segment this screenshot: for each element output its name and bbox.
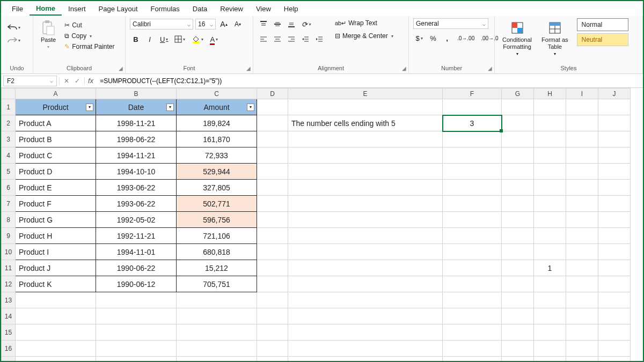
cell-F10[interactable]: [443, 244, 502, 260]
border-button[interactable]: [172, 33, 187, 45]
row-header-5[interactable]: 5: [2, 164, 16, 180]
cell-C3[interactable]: 161,870: [177, 131, 257, 147]
cut-button[interactable]: ✂Cut: [62, 20, 116, 30]
cell-H16[interactable]: [534, 341, 566, 357]
cell-J12[interactable]: [598, 276, 631, 292]
cell-I7[interactable]: [566, 196, 598, 212]
cell-C5[interactable]: 529,944: [177, 164, 257, 180]
filter-icon[interactable]: ▾: [247, 104, 254, 111]
cell-D3[interactable]: [257, 131, 288, 147]
cell-J5[interactable]: [598, 164, 631, 180]
cell-I2[interactable]: [566, 115, 598, 131]
cell-style-neutral[interactable]: Neutral: [577, 33, 628, 46]
cell-E17[interactable]: [288, 357, 443, 363]
menu-formulas[interactable]: Formulas: [144, 3, 186, 15]
cell-I11[interactable]: [566, 260, 598, 276]
cell-A11[interactable]: Product J: [16, 260, 96, 276]
align-bottom-button[interactable]: [286, 18, 297, 30]
cell-E15[interactable]: [288, 324, 443, 341]
spreadsheet-grid[interactable]: ABCDEFGHIJ1Product▾Date▾Amount▾2Product …: [1, 88, 643, 362]
cell-H14[interactable]: [534, 308, 566, 324]
conditional-formatting-button[interactable]: Conditional Formatting▾: [499, 18, 535, 59]
align-top-button[interactable]: [258, 18, 269, 30]
number-launcher[interactable]: ◢: [488, 65, 492, 71]
cell-A17[interactable]: [16, 357, 96, 363]
row-header-11[interactable]: 11: [2, 260, 16, 276]
cell-H15[interactable]: [534, 324, 566, 341]
cell-F16[interactable]: [443, 341, 502, 357]
cell-F14[interactable]: [443, 308, 502, 324]
increase-indent-button[interactable]: [313, 33, 325, 45]
number-format-combo[interactable]: General: [413, 18, 488, 29]
cell-F3[interactable]: [443, 131, 502, 147]
font-launcher[interactable]: ◢: [246, 65, 251, 71]
cell-J8[interactable]: [598, 212, 631, 228]
cell-F11[interactable]: [443, 260, 502, 276]
cell-E10[interactable]: [288, 244, 443, 260]
cell-B1[interactable]: Date▾: [96, 99, 177, 115]
undo-button[interactable]: [5, 21, 23, 33]
alignment-launcher[interactable]: ◢: [402, 65, 406, 71]
menu-home[interactable]: Home: [30, 2, 62, 16]
cell-A14[interactable]: [16, 308, 96, 324]
cell-D10[interactable]: [257, 244, 288, 260]
col-header-H[interactable]: H: [534, 88, 566, 99]
col-header-I[interactable]: I: [566, 88, 598, 99]
row-header-14[interactable]: 14: [2, 308, 16, 324]
cell-C13[interactable]: [177, 292, 257, 308]
cell-G10[interactable]: [502, 244, 534, 260]
cell-H4[interactable]: [534, 147, 566, 164]
cell-I12[interactable]: [566, 276, 598, 292]
cell-I17[interactable]: [566, 357, 598, 363]
row-header-8[interactable]: 8: [2, 212, 16, 228]
row-header-16[interactable]: 16: [2, 341, 16, 357]
row-header-10[interactable]: 10: [2, 244, 16, 260]
cell-E13[interactable]: [288, 292, 443, 308]
cell-C4[interactable]: 72,933: [177, 147, 257, 164]
cell-E3[interactable]: [288, 131, 443, 147]
cell-J15[interactable]: [598, 324, 631, 341]
cell-E12[interactable]: [288, 276, 443, 292]
cell-J4[interactable]: [598, 147, 631, 164]
cell-A12[interactable]: Product K: [16, 276, 96, 292]
format-painter-button[interactable]: ✎Format Painter: [62, 42, 116, 51]
cell-F9[interactable]: [443, 228, 502, 244]
menu-insert[interactable]: Insert: [62, 3, 92, 15]
col-header-C[interactable]: C: [177, 88, 257, 99]
cell-G13[interactable]: [502, 292, 534, 308]
cell-J7[interactable]: [598, 196, 631, 212]
align-left-button[interactable]: [258, 33, 269, 45]
cell-A5[interactable]: Product D: [16, 164, 96, 180]
cell-H6[interactable]: [534, 180, 566, 196]
cell-J6[interactable]: [598, 180, 631, 196]
cell-F13[interactable]: [443, 292, 502, 308]
cell-G14[interactable]: [502, 308, 534, 324]
cell-F5[interactable]: [443, 164, 502, 180]
cell-A1[interactable]: Product▾: [16, 99, 96, 115]
cell-A16[interactable]: [16, 341, 96, 357]
cell-A4[interactable]: Product C: [16, 147, 96, 164]
cell-D4[interactable]: [257, 147, 288, 164]
cell-G1[interactable]: [502, 99, 534, 115]
cell-D2[interactable]: [257, 115, 288, 131]
cell-I4[interactable]: [566, 147, 598, 164]
cell-F12[interactable]: [443, 276, 502, 292]
cell-H1[interactable]: [534, 99, 566, 115]
cell-G16[interactable]: [502, 341, 534, 357]
cell-A2[interactable]: Product A: [16, 115, 96, 131]
cell-I3[interactable]: [566, 131, 598, 147]
menu-review[interactable]: Review: [214, 3, 250, 15]
cell-E16[interactable]: [288, 341, 443, 357]
cell-J10[interactable]: [598, 244, 631, 260]
row-header-9[interactable]: 9: [2, 228, 16, 244]
cell-F7[interactable]: [443, 196, 502, 212]
cell-C7[interactable]: 502,771: [177, 196, 257, 212]
cell-A9[interactable]: Product H: [16, 228, 96, 244]
cell-D7[interactable]: [257, 196, 288, 212]
cell-E7[interactable]: [288, 196, 443, 212]
cell-B4[interactable]: 1994-11-21: [96, 147, 177, 164]
cell-C17[interactable]: [177, 357, 257, 363]
cell-H2[interactable]: [534, 115, 566, 131]
name-box[interactable]: F2: [3, 76, 57, 86]
decrease-indent-button[interactable]: [299, 33, 311, 45]
